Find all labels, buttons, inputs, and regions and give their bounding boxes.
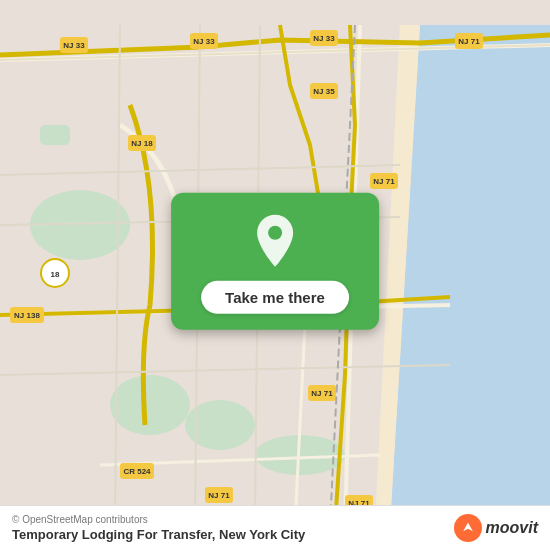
svg-point-49 [268,226,282,240]
location-pin-icon [251,213,299,269]
moovit-logo: moovit [454,514,538,542]
svg-text:NJ 35: NJ 35 [313,87,335,96]
svg-text:NJ 33: NJ 33 [63,41,85,50]
svg-text:NJ 71: NJ 71 [373,177,395,186]
moovit-brand-text: moovit [486,519,538,537]
take-me-there-button[interactable]: Take me there [201,281,349,314]
svg-text:NJ 18: NJ 18 [131,139,153,148]
svg-text:NJ 71: NJ 71 [311,389,333,398]
map-container: NJ 33 NJ 33 NJ 33 NJ 71 NJ 35 NJ 18 NJ 7… [0,0,550,550]
svg-text:NJ 71: NJ 71 [208,491,230,500]
moovit-brand-icon [454,514,482,542]
moovit-svg-icon [460,520,476,536]
svg-text:CR 524: CR 524 [123,467,151,476]
svg-text:NJ 138: NJ 138 [14,311,40,320]
button-overlay: Take me there [171,193,379,330]
map-attribution: © OpenStreetMap contributors [12,514,305,525]
svg-text:NJ 33: NJ 33 [313,34,335,43]
bottom-left: © OpenStreetMap contributors Temporary L… [12,514,305,542]
svg-point-4 [110,375,190,435]
svg-text:NJ 33: NJ 33 [193,37,215,46]
green-card: Take me there [171,193,379,330]
location-icon-wrapper [251,213,299,273]
svg-text:18: 18 [51,270,60,279]
svg-text:NJ 71: NJ 71 [458,37,480,46]
location-title: Temporary Lodging For Transfer, New York… [12,527,305,542]
bottom-bar: © OpenStreetMap contributors Temporary L… [0,505,550,550]
svg-rect-7 [40,125,70,145]
